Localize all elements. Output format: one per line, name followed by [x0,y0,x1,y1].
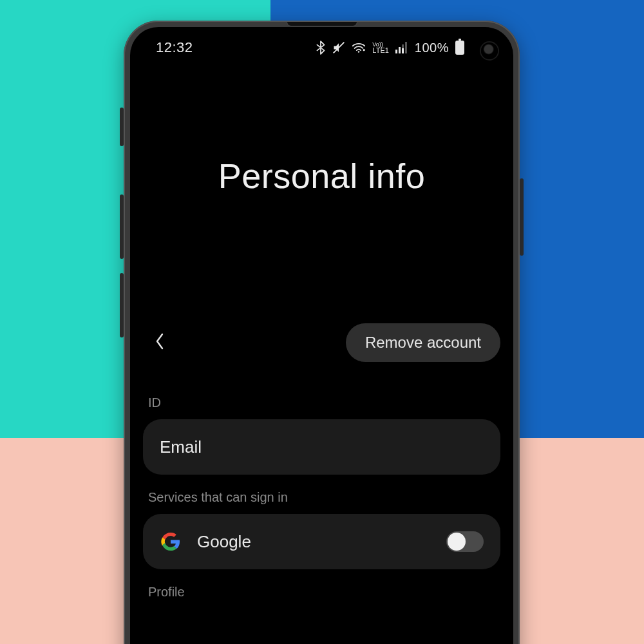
svg-rect-3 [399,47,401,53]
id-card: Email [143,419,500,475]
volte-indicator: Vo)) LTE1 [372,42,388,53]
bixby-hardware-button [120,194,124,259]
status-clock: 12:32 [156,39,193,56]
toggle-knob [448,533,466,551]
google-row-label: Google [197,532,446,552]
section-services-label: Services that can sign in [148,490,495,505]
bluetooth-icon [316,41,326,55]
services-card: Google [143,514,500,569]
mute-icon [332,41,345,54]
email-row[interactable]: Email [143,419,500,475]
battery-icon [455,41,464,55]
volume-up-hardware-button [120,108,124,146]
wifi-icon [352,42,366,53]
camera-hole [481,43,498,59]
page-hero: Personal info [130,156,513,196]
phone-speaker [287,22,357,26]
google-row[interactable]: Google [143,514,500,569]
section-id-label: ID [148,395,495,410]
email-row-label: Email [160,437,484,457]
remove-account-button[interactable]: Remove account [346,323,500,362]
svg-rect-7 [402,48,404,53]
back-button[interactable] [143,326,176,359]
battery-percent: 100% [415,41,449,55]
chevron-left-icon [153,332,166,353]
volume-down-hardware-button [120,273,124,337]
section-profile-label: Profile [148,585,495,600]
google-icon [160,531,182,553]
signal-icon [395,42,408,53]
google-toggle[interactable] [446,531,484,552]
status-bar: 12:32 [130,27,513,68]
svg-point-1 [358,51,360,53]
phone-screen: 12:32 [130,27,513,644]
phone-frame: 12:32 [124,21,520,644]
svg-rect-2 [395,50,397,53]
power-hardware-button [520,178,524,256]
svg-rect-5 [405,42,407,53]
page-title: Personal info [130,156,513,196]
page-toolbar: Remove account [130,323,513,362]
